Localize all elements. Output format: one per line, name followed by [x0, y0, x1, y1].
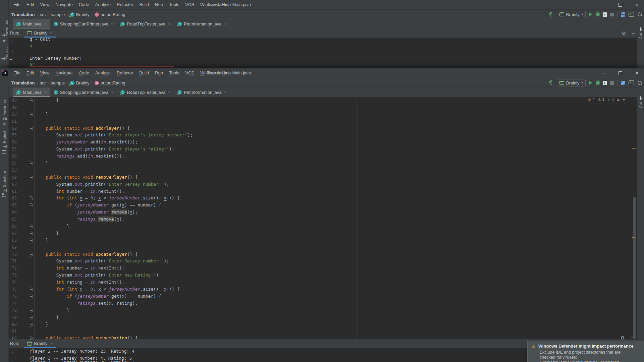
- down-stack-icon[interactable]: ↓: [12, 49, 14, 53]
- code-line-79[interactable]: 79 }: [8, 314, 624, 321]
- run-console-top[interactable]: q - QuituEnter Jersey number:62: [8, 38, 637, 68]
- close-icon[interactable]: ×: [168, 90, 170, 95]
- project-structure-icon[interactable]: [621, 12, 625, 17]
- gear-icon[interactable]: ⚙: [621, 336, 625, 340]
- menu-refactor[interactable]: Refactor: [114, 68, 136, 78]
- hide-panel-icon[interactable]: [632, 33, 635, 34]
- fold-icon[interactable]: [29, 337, 33, 339]
- fold-icon[interactable]: [29, 225, 33, 228]
- code-line-72[interactable]: 72 int number = in.nextInt();: [8, 265, 624, 272]
- down-stack-icon[interactable]: ↓: [12, 359, 14, 362]
- fold-icon[interactable]: [29, 127, 33, 130]
- code-line-77[interactable]: 77 ratings.set(x, rating);: [8, 300, 624, 307]
- stop-button[interactable]: [610, 81, 614, 85]
- menu-file[interactable]: File: [10, 68, 23, 78]
- close-icon[interactable]: ×: [224, 90, 226, 95]
- tab-shoppingcartprinter-java[interactable]: CShoppingCartPrinter.java×: [50, 87, 117, 97]
- close-button[interactable]: ×: [633, 2, 641, 8]
- tool-window-button-favorites[interactable]: 2: Favorites: [2, 99, 6, 120]
- close-button[interactable]: ×: [633, 70, 641, 76]
- tool-window-button-ant[interactable]: Ant: [639, 33, 643, 39]
- gear-icon[interactable]: ⚙: [622, 31, 626, 36]
- breadcrumb-item-outputrating[interactable]: moutputRating: [95, 12, 125, 17]
- debug-button[interactable]: [596, 81, 600, 85]
- code-line-48[interactable]: 48 }: [8, 97, 624, 104]
- menu-view[interactable]: View: [37, 0, 52, 9]
- code-line-61[interactable]: 61 int number = in.nextInt();: [8, 188, 624, 195]
- code-line-75[interactable]: 75 for (int x = 0; x < jerseyNumber.size…: [8, 286, 624, 293]
- fold-icon[interactable]: [29, 99, 33, 102]
- breadcrumb-item-sample[interactable]: sample: [51, 12, 65, 17]
- error-stripe-mark[interactable]: [632, 148, 636, 148]
- maximize-button[interactable]: [616, 2, 625, 8]
- code-line-78[interactable]: 78 }: [8, 307, 624, 314]
- breadcrumb-item-translation[interactable]: Translation: [11, 12, 35, 17]
- close-icon[interactable]: ×: [50, 31, 52, 35]
- menu-vcs[interactable]: VCS: [182, 68, 197, 78]
- code-line-54[interactable]: 54 jerseyNumber.add(in.nextInt());: [8, 139, 624, 146]
- tool-window-button-favorites[interactable]: 2: Favorites: [0, 20, 8, 37]
- run-tab-brainly[interactable]: Brainly ×: [24, 339, 55, 348]
- menu-build[interactable]: Build: [136, 68, 152, 78]
- run-tab-brainly[interactable]: Brainly ×: [24, 28, 55, 38]
- inspections-widget[interactable]: ⚠4 ⚠1 ✔2: [588, 97, 625, 102]
- code-line-50[interactable]: 50 }: [8, 111, 624, 118]
- soft-wrap-icon[interactable]: ↩: [9, 57, 13, 61]
- terminal-icon[interactable]: [629, 80, 634, 85]
- menu-run[interactable]: Run: [152, 68, 166, 78]
- breadcrumb-item-outputrating[interactable]: moutputRating: [95, 80, 125, 85]
- code-line-58[interactable]: 58: [8, 167, 624, 174]
- fold-icon[interactable]: [29, 232, 33, 235]
- close-icon[interactable]: ×: [111, 90, 113, 95]
- run-button[interactable]: [589, 12, 592, 16]
- tab-petinformation-java[interactable]: CPetInformation.java×: [174, 87, 230, 97]
- tool-window-button-project[interactable]: 1: Project: [2, 131, 6, 147]
- breadcrumb-item-brainly[interactable]: CBrainly: [70, 12, 90, 17]
- fold-icon[interactable]: [29, 295, 33, 298]
- menu-edit[interactable]: Edit: [23, 0, 37, 9]
- run-configuration-select[interactable]: Brainly ▾: [557, 11, 586, 18]
- tool-window-button-structure[interactable]: 7: Structure: [2, 171, 6, 192]
- code-line-59[interactable]: 59 public static void removePlayer() {: [8, 174, 624, 181]
- tab-roadtriptester-java[interactable]: CRoadTripTester.java×: [117, 87, 174, 97]
- code-line-76[interactable]: 76 if (jerseyNumber.get(x) == number) {: [8, 293, 624, 300]
- next-issue-icon[interactable]: [623, 99, 625, 101]
- fold-icon[interactable]: [29, 309, 33, 312]
- menu-view[interactable]: View: [37, 68, 52, 78]
- tab-main-java[interactable]: CMain.java×: [13, 87, 50, 97]
- project-structure-icon[interactable]: [621, 81, 625, 85]
- fold-icon[interactable]: [29, 323, 33, 326]
- minimize-button[interactable]: [599, 70, 608, 76]
- menu-tools[interactable]: Tools: [166, 0, 182, 9]
- code-line-60[interactable]: 60 System.out.println("Enter Jersey numb…: [8, 181, 624, 188]
- menu-code[interactable]: Code: [76, 0, 92, 9]
- menu-vcs[interactable]: VCS: [182, 0, 197, 9]
- close-icon[interactable]: ×: [44, 22, 47, 26]
- close-icon[interactable]: ×: [224, 22, 226, 26]
- menu-analyze[interactable]: Analyze: [92, 0, 114, 9]
- minimize-button[interactable]: [599, 2, 608, 8]
- hide-panel-icon[interactable]: [631, 338, 634, 340]
- menu-build[interactable]: Build: [136, 0, 152, 9]
- menu-code[interactable]: Code: [76, 68, 92, 78]
- close-icon[interactable]: ×: [168, 22, 170, 26]
- code-line-74[interactable]: 74 int rating = in.nextInt();: [8, 279, 624, 286]
- code-line-62[interactable]: 62 for (int x = 0; x < jerseyNumber.size…: [8, 195, 624, 202]
- code-line-49[interactable]: 49: [8, 104, 624, 111]
- menu-analyze[interactable]: Analyze: [92, 68, 114, 78]
- coverage-button[interactable]: [603, 81, 607, 85]
- code-line-80[interactable]: 80 }: [8, 321, 624, 328]
- fold-icon[interactable]: [29, 203, 33, 207]
- menu-navigate[interactable]: Navigate: [52, 68, 75, 78]
- run-button[interactable]: [589, 81, 592, 85]
- run-configuration-select[interactable]: Brainly ▾: [557, 79, 586, 86]
- menu-edit[interactable]: Edit: [23, 68, 37, 78]
- terminal-icon[interactable]: [629, 12, 634, 17]
- code-line-69[interactable]: 69: [8, 244, 624, 251]
- code-line-81[interactable]: 81: [8, 328, 624, 335]
- code-line-64[interactable]: 64 jerseyNumber.remove(x);: [8, 209, 624, 216]
- tab-shoppingcartprinter-java[interactable]: CShoppingCartPrinter.java×: [50, 19, 117, 29]
- fold-icon[interactable]: [29, 196, 33, 200]
- breadcrumb-item-src[interactable]: src: [40, 80, 46, 85]
- maximize-button[interactable]: [616, 70, 625, 76]
